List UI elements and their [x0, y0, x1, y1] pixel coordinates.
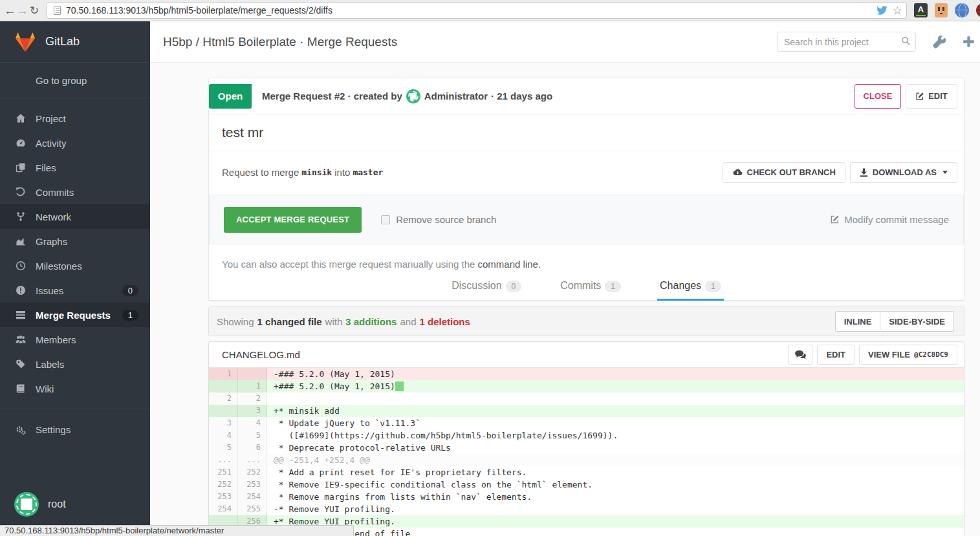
new-line-number[interactable]: 4 [238, 417, 267, 429]
chevron-down-icon [942, 171, 948, 174]
sidebar-item-labels[interactable]: Labels [0, 352, 150, 376]
tab-count-badge: 1 [705, 281, 721, 292]
address-bar[interactable]: 70.50.168.113:9013/h5bp/html5-boilerplat… [47, 2, 907, 19]
new-line-number[interactable]: 254 [238, 491, 267, 503]
new-line-number[interactable]: ... [238, 454, 267, 466]
download-as-button[interactable]: DOWNLOAD AS [850, 162, 957, 183]
new-line-number[interactable]: 1 [238, 380, 267, 392]
merge-middle: into [334, 167, 350, 178]
sidebar-item-settings[interactable]: Settings [0, 409, 150, 442]
old-line-number[interactable] [209, 405, 238, 417]
new-line-number[interactable]: 6 [238, 442, 267, 454]
sidebar-item-label: Activity [36, 138, 67, 149]
sidebar-item-label: Graphs [36, 236, 67, 247]
url-text: 70.50.168.113:9013/h5bp/html5-boilerplat… [66, 5, 332, 16]
command-line-link[interactable]: command line. [478, 259, 541, 270]
modify-commit-message-link[interactable]: Modify commit message [830, 214, 949, 225]
dashboard-icon [16, 138, 27, 148]
issue-icon [16, 285, 27, 295]
new-project-plus-icon[interactable] [963, 36, 975, 48]
comment-button[interactable] [788, 345, 812, 365]
sidebar-item-milestones[interactable]: Milestones [0, 253, 150, 278]
page-icon [54, 6, 61, 15]
diff-line-content: \ No newline at end of file [267, 528, 964, 536]
tasks-icon [16, 310, 27, 320]
remove-source-branch-option[interactable]: Remove source branch [381, 214, 496, 225]
inline-view-button[interactable]: INLINE [835, 311, 881, 332]
cloud-icon [732, 168, 743, 177]
new-line-number[interactable]: 3 [238, 405, 267, 417]
close-button[interactable]: CLOSE [855, 84, 901, 109]
sidebar-user[interactable]: root [0, 492, 150, 517]
view-file-button[interactable]: VIEW FILE @c2c8dc9 [859, 345, 957, 365]
file-edit-button[interactable]: EDIT [817, 345, 855, 365]
sidebar-item-network[interactable]: Network [0, 204, 150, 229]
tag-icon [16, 359, 27, 369]
tab-label: Discussion [452, 280, 501, 291]
old-line-number[interactable]: 252 [209, 478, 238, 491]
twitter-icon[interactable] [877, 6, 887, 16]
edit-button[interactable]: EDIT [906, 84, 957, 109]
count-badge: 0 [122, 285, 138, 296]
sidebar-item-wiki[interactable]: Wiki [0, 376, 150, 401]
old-line-number[interactable]: 5 [209, 442, 238, 454]
sidebar-item-graphs[interactable]: Graphs [0, 229, 150, 253]
sidebar-item-merge-requests[interactable]: Merge Requests1 [0, 303, 150, 327]
browser-reload-icon[interactable]: ↻ [28, 0, 40, 21]
summary-file-count[interactable]: 1 changed file [257, 316, 322, 327]
old-line-number[interactable]: 254 [209, 503, 238, 515]
sidebar-item-members[interactable]: Members [0, 327, 150, 352]
new-line-number[interactable]: 2 [238, 392, 267, 405]
mr-meta-prefix: Merge Request #2 · created by [262, 91, 402, 102]
sidebar-item-commits[interactable]: Commits [0, 180, 150, 204]
new-line-number[interactable]: 255 [238, 503, 267, 515]
old-line-number[interactable] [209, 380, 238, 392]
gitlab-logo[interactable]: GitLab [0, 21, 150, 63]
diff-line-content: +* minsik add [267, 405, 964, 417]
old-line-number[interactable]: 3 [209, 417, 238, 429]
search-input[interactable] [777, 32, 916, 52]
face-extension-icon[interactable] [935, 3, 948, 17]
side-by-side-view-button[interactable]: SIDE-BY-SIDE [880, 311, 954, 332]
sidebar-item-go-to-group[interactable]: Go to group [0, 63, 150, 98]
diff-row: 254255-* Remove YUI profiling. [209, 503, 964, 515]
globe-extension-icon[interactable] [955, 3, 969, 17]
accept-merge-request-button[interactable]: ACCEPT MERGE REQUEST [224, 207, 362, 233]
old-line-number[interactable]: 4 [209, 429, 238, 442]
diff-view-toggle: INLINE SIDE-BY-SIDE [835, 311, 954, 332]
tab-discussion[interactable]: Discussion0 [449, 280, 524, 300]
sidebar-item-label: Files [36, 162, 56, 173]
tab-commits[interactable]: Commits1 [558, 280, 624, 300]
partial-extension-icon[interactable] [976, 3, 980, 17]
dictionary-extension-icon[interactable]: A [914, 3, 928, 17]
new-line-number[interactable]: 252 [238, 466, 267, 478]
old-line-number[interactable]: ... [209, 454, 238, 466]
tab-changes[interactable]: Changes1 [657, 280, 724, 300]
source-branch[interactable]: minsik [301, 167, 332, 177]
bookmark-star-icon[interactable]: ☆ [893, 5, 902, 16]
new-line-number[interactable]: 5 [238, 429, 267, 442]
sidebar-item-files[interactable]: Files [0, 155, 150, 180]
mr-author[interactable]: Administrator [424, 91, 488, 102]
check-out-branch-button[interactable]: CHECK OUT BRANCH [723, 162, 845, 183]
old-line-number[interactable]: 253 [209, 491, 238, 503]
browser-back-icon[interactable]: ← [4, 0, 16, 21]
chart-icon [16, 236, 27, 246]
sidebar-item-issues[interactable]: Issues0 [0, 278, 150, 303]
author-avatar[interactable] [406, 89, 420, 103]
sidebar-item-activity[interactable]: Activity [0, 131, 150, 155]
sidebar-item-project[interactable]: Project [0, 106, 150, 131]
file-name[interactable]: CHANGELOG.md [222, 349, 300, 360]
new-line-number[interactable] [238, 368, 267, 380]
browser-forward-icon[interactable]: → [16, 0, 28, 21]
old-line-number[interactable]: 1 [209, 368, 238, 380]
old-line-number[interactable]: 2 [209, 392, 238, 405]
diff-table: 1-### 5.2.0 (May 1, 2015)1+### 5.2.0 (Ma… [209, 368, 964, 536]
breadcrumb[interactable]: H5bp / Html5 Boilerplate · Merge Request… [163, 35, 397, 49]
target-branch[interactable]: master [353, 167, 383, 177]
old-line-number[interactable]: 251 [209, 466, 238, 478]
remove-source-branch-checkbox[interactable] [381, 215, 390, 224]
admin-wrench-icon[interactable] [933, 36, 946, 48]
new-line-number[interactable]: 253 [238, 478, 267, 491]
diff-line-content: * Remove IE9-specific conditional class … [267, 478, 964, 491]
